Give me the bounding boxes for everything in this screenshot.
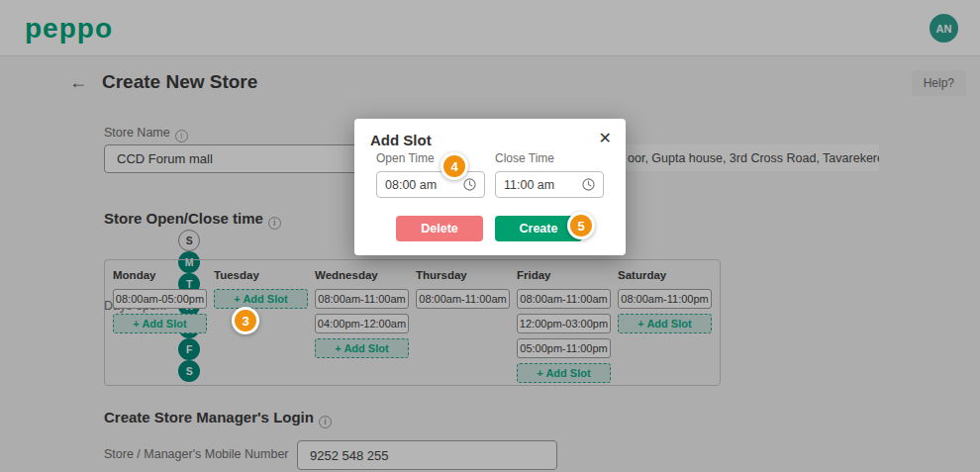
clock-icon [463,178,476,191]
delete-button[interactable]: Delete [396,216,483,241]
open-time-value: 08:00 am [385,178,437,192]
clock-icon [582,178,595,191]
close-time-input[interactable]: 11:00 am [495,171,604,198]
modal-title: Add Slot [370,132,610,148]
close-time-value: 11:00 am [504,178,554,192]
close-time-field: Close Time 11:00 am [495,151,604,198]
step-badge-4: 4 [441,152,468,180]
step-badge-3: 3 [232,307,259,334]
open-time-input[interactable]: 08:00 am [376,171,485,198]
step-badge-5: 5 [567,212,595,239]
open-time-field: Open Time 08:00 am [376,151,485,198]
close-icon[interactable]: ✕ [599,129,612,147]
close-time-label: Close Time [495,151,604,165]
open-time-label: Open Time [376,151,485,165]
create-new-store-page: peppo AN ← Create New Store Help? Store … [0,0,980,472]
